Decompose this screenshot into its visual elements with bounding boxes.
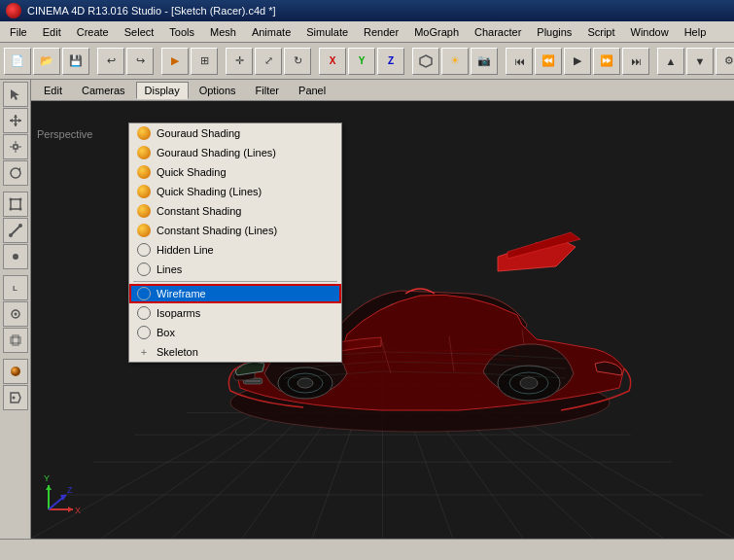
- tab-options[interactable]: Options: [191, 82, 245, 99]
- move-button[interactable]: ✛: [226, 48, 253, 75]
- menu-script[interactable]: Script: [579, 21, 622, 42]
- svg-marker-77: [46, 485, 52, 490]
- tab-filter[interactable]: Filter: [247, 82, 288, 99]
- quick-shading-lines-icon: [137, 185, 151, 198]
- svg-line-19: [11, 226, 20, 235]
- viewport-container: Edit Cameras Display Options Filter Pane…: [31, 80, 734, 539]
- menu-bar: File Edit Create Select Tools Mesh Anima…: [0, 21, 734, 43]
- tab-cameras[interactable]: Cameras: [73, 82, 134, 99]
- svg-point-15: [9, 198, 12, 201]
- svg-text:X: X: [75, 506, 81, 515]
- nav-up-button[interactable]: ▲: [657, 48, 684, 75]
- save-button[interactable]: 💾: [62, 48, 89, 75]
- status-bar: [0, 539, 734, 560]
- quick-shading-icon: [137, 165, 151, 179]
- svg-point-27: [11, 367, 20, 376]
- tab-panel[interactable]: Panel: [290, 82, 334, 99]
- menu-character[interactable]: Character: [467, 21, 529, 42]
- menu-animate[interactable]: Animate: [244, 21, 298, 42]
- box-icon: [137, 326, 151, 339]
- menu-lines[interactable]: Lines: [129, 260, 341, 279]
- tool-edge[interactable]: [3, 218, 28, 243]
- menu-gouraud-shading[interactable]: Gouraud Shading: [129, 123, 341, 143]
- gouraud-shading-icon: [137, 126, 151, 140]
- gouraud-shading-lines-label: Gouraud Shading (Lines): [157, 147, 276, 158]
- tool-tag[interactable]: [3, 385, 28, 410]
- tab-edit[interactable]: Edit: [35, 82, 71, 99]
- menu-constant-shading[interactable]: Constant Shading: [129, 201, 341, 221]
- hidden-line-label: Hidden Line: [157, 244, 214, 256]
- menu-create[interactable]: Create: [69, 21, 117, 42]
- open-button[interactable]: 📂: [33, 48, 60, 75]
- menu-box[interactable]: Box: [129, 323, 341, 342]
- menu-window[interactable]: Window: [623, 21, 677, 42]
- axes-indicator: X Y Z: [39, 466, 92, 519]
- light-button[interactable]: ☀: [441, 48, 469, 75]
- menu-isoparms[interactable]: Isoparms: [129, 303, 341, 323]
- play-button[interactable]: ▶: [564, 48, 591, 75]
- constant-shading-lines-icon: [137, 224, 151, 237]
- render-region-button[interactable]: ⊞: [191, 48, 218, 75]
- viewport-3d[interactable]: Perspective: [31, 101, 734, 539]
- nav-down-button[interactable]: ▼: [686, 48, 714, 75]
- camera-button[interactable]: 📷: [471, 48, 498, 75]
- app-logo: [6, 3, 21, 18]
- tab-display[interactable]: Display: [136, 82, 189, 99]
- menu-wireframe[interactable]: Wireframe: [129, 284, 341, 303]
- menu-help[interactable]: Help: [677, 21, 715, 42]
- title-bar: CINEMA 4D R13.016 Studio - [Sketch (Race…: [0, 0, 734, 21]
- new-button[interactable]: 📄: [4, 48, 31, 75]
- toolbar: 📄 📂 💾 ↩ ↪ ▶ ⊞ ✛ ⤢ ↻ X Y Z ☀ 📷 ⏮ ⏪ ▶ ⏩ ⏭ …: [0, 43, 734, 80]
- tool-xray[interactable]: [3, 328, 28, 353]
- menu-hidden-line[interactable]: Hidden Line: [129, 240, 341, 260]
- menu-edit[interactable]: Edit: [35, 21, 69, 42]
- menu-quick-shading-lines[interactable]: Quick Shading (Lines): [129, 182, 341, 201]
- axis-y[interactable]: Y: [348, 48, 375, 75]
- menu-file[interactable]: File: [2, 21, 35, 42]
- menu-mograph[interactable]: MoGraph: [406, 21, 467, 42]
- menu-simulate[interactable]: Simulate: [298, 21, 356, 42]
- svg-text:Y: Y: [44, 473, 50, 483]
- redo-button[interactable]: ↪: [126, 48, 154, 75]
- tool-move[interactable]: [3, 108, 28, 133]
- wireframe-label: Wireframe: [157, 288, 206, 299]
- menu-tools[interactable]: Tools: [161, 21, 202, 42]
- svg-point-16: [18, 198, 21, 201]
- menu-constant-shading-lines[interactable]: Constant Shading (Lines): [129, 221, 341, 240]
- undo-button[interactable]: ↩: [97, 48, 124, 75]
- svg-point-61: [520, 377, 538, 389]
- tool-rotate[interactable]: [3, 160, 28, 186]
- scale-button[interactable]: ⤢: [255, 48, 282, 75]
- cube-button[interactable]: [412, 48, 439, 75]
- frame-nav1[interactable]: ⏮: [506, 48, 533, 75]
- tool-scale[interactable]: [3, 134, 28, 159]
- axis-x[interactable]: X: [319, 48, 346, 75]
- rotate-button[interactable]: ↻: [284, 48, 311, 75]
- menu-select[interactable]: Select: [117, 21, 162, 42]
- menu-quick-shading[interactable]: Quick Shading: [129, 162, 341, 182]
- frame-nav4[interactable]: ⏭: [622, 48, 649, 75]
- menu-plugins[interactable]: Plugins: [529, 21, 579, 42]
- menu-gouraud-shading-lines[interactable]: Gouraud Shading (Lines): [129, 143, 341, 162]
- gouraud-shading-label: Gouraud Shading: [157, 127, 240, 139]
- tool-snap[interactable]: [3, 301, 28, 327]
- isoparms-icon: [137, 306, 151, 320]
- render-button[interactable]: ▶: [161, 48, 189, 75]
- tool-live[interactable]: L: [3, 275, 28, 300]
- viewport-perspective-label: Perspective: [37, 128, 92, 140]
- menu-skeleton[interactable]: + Skeleton: [129, 342, 341, 362]
- tool-select[interactable]: [3, 82, 28, 107]
- skeleton-label: Skeleton: [157, 346, 198, 358]
- frame-nav3[interactable]: ⏩: [593, 48, 620, 75]
- hidden-line-icon: [137, 243, 151, 257]
- frame-nav2[interactable]: ⏪: [535, 48, 562, 75]
- tool-point[interactable]: [3, 244, 28, 269]
- axis-z[interactable]: Z: [377, 48, 404, 75]
- menu-render[interactable]: Render: [356, 21, 406, 42]
- menu-mesh[interactable]: Mesh: [202, 21, 244, 42]
- tool-material[interactable]: [3, 359, 28, 384]
- lines-icon: [137, 262, 151, 276]
- extra-btn1[interactable]: ⚙: [716, 48, 734, 75]
- svg-point-29: [12, 397, 15, 400]
- tool-polygon[interactable]: [3, 192, 28, 217]
